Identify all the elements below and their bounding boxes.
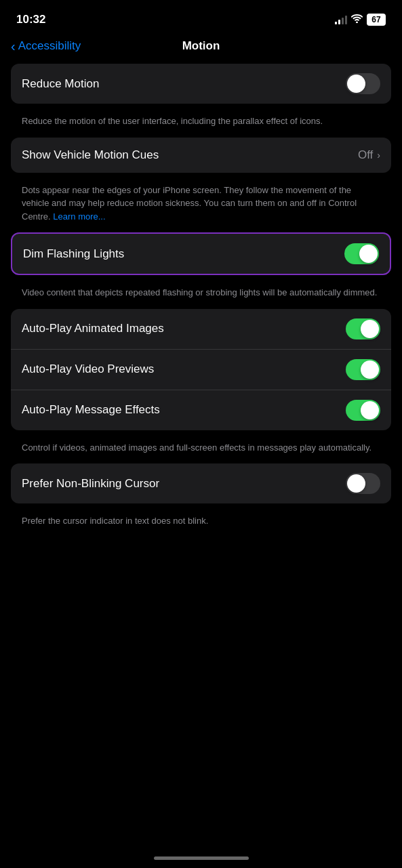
non-blinking-row[interactable]: Prefer Non-Blinking Cursor — [11, 463, 391, 503]
non-blinking-group: Prefer Non-Blinking Cursor — [11, 463, 391, 503]
dim-flashing-group: Dim Flashing Lights — [11, 232, 391, 275]
vehicle-motion-description: Dots appear near the edges of your iPhon… — [11, 178, 391, 233]
vehicle-motion-row[interactable]: Show Vehicle Motion Cues Off › — [11, 138, 391, 173]
back-label: Accessibility — [18, 39, 81, 53]
autoplay-video-toggle-thumb — [361, 360, 379, 379]
non-blinking-toggle-thumb — [347, 474, 365, 493]
back-button[interactable]: ‹ Accessibility — [11, 39, 81, 53]
autoplay-message-toggle-thumb — [361, 401, 379, 419]
autoplay-animated-toggle-thumb — [361, 320, 379, 338]
autoplay-description: Control if videos, animated images and f… — [11, 436, 391, 464]
back-chevron-icon: ‹ — [11, 39, 16, 53]
vehicle-motion-chevron-icon: › — [377, 150, 380, 161]
dim-flashing-toggle[interactable] — [344, 243, 379, 264]
autoplay-video-row[interactable]: Auto-Play Video Previews — [11, 350, 391, 390]
autoplay-video-label: Auto-Play Video Previews — [22, 363, 346, 376]
non-blinking-toggle[interactable] — [346, 473, 380, 494]
autoplay-message-toggle[interactable] — [346, 400, 380, 421]
navigation-header: ‹ Accessibility Motion — [0, 34, 402, 64]
autoplay-message-row[interactable]: Auto-Play Message Effects — [11, 390, 391, 430]
reduce-motion-toggle[interactable] — [346, 73, 380, 94]
reduce-motion-toggle-thumb — [347, 75, 365, 93]
autoplay-group: Auto-Play Animated Images Auto-Play Vide… — [11, 309, 391, 430]
dim-flashing-description: Video content that depicts repeated flas… — [11, 281, 391, 309]
dim-flashing-toggle-thumb — [359, 245, 378, 263]
autoplay-animated-row[interactable]: Auto-Play Animated Images — [11, 309, 391, 350]
battery-icon: 67 — [367, 14, 386, 26]
non-blinking-description: Prefer the cursor indicator in text does… — [11, 509, 391, 537]
reduce-motion-description: Reduce the motion of the user interface,… — [11, 109, 391, 138]
vehicle-motion-group: Show Vehicle Motion Cues Off › — [11, 138, 391, 173]
wifi-icon — [351, 14, 363, 25]
autoplay-animated-label: Auto-Play Animated Images — [22, 322, 346, 335]
autoplay-animated-toggle[interactable] — [346, 318, 380, 339]
settings-content: Reduce Motion Reduce the motion of the u… — [0, 64, 402, 537]
dim-flashing-row[interactable]: Dim Flashing Lights — [12, 234, 390, 274]
signal-icon — [335, 15, 347, 24]
autoplay-video-toggle[interactable] — [346, 359, 380, 380]
vehicle-motion-learn-more-link[interactable]: Learn more... — [53, 211, 105, 222]
vehicle-motion-value: Off › — [358, 148, 380, 162]
page-title: Motion — [182, 39, 220, 53]
reduce-motion-group: Reduce Motion — [11, 64, 391, 104]
home-indicator — [154, 856, 249, 860]
status-icons: 67 — [335, 14, 386, 26]
vehicle-motion-status: Off — [358, 148, 373, 162]
autoplay-message-label: Auto-Play Message Effects — [22, 403, 346, 417]
dim-flashing-label: Dim Flashing Lights — [23, 247, 344, 261]
battery-level: 67 — [371, 15, 380, 24]
status-bar: 10:32 67 — [0, 0, 402, 34]
non-blinking-label: Prefer Non-Blinking Cursor — [22, 477, 346, 491]
status-time: 10:32 — [16, 13, 45, 26]
reduce-motion-row[interactable]: Reduce Motion — [11, 64, 391, 104]
vehicle-motion-label: Show Vehicle Motion Cues — [22, 148, 358, 162]
reduce-motion-label: Reduce Motion — [22, 77, 346, 91]
